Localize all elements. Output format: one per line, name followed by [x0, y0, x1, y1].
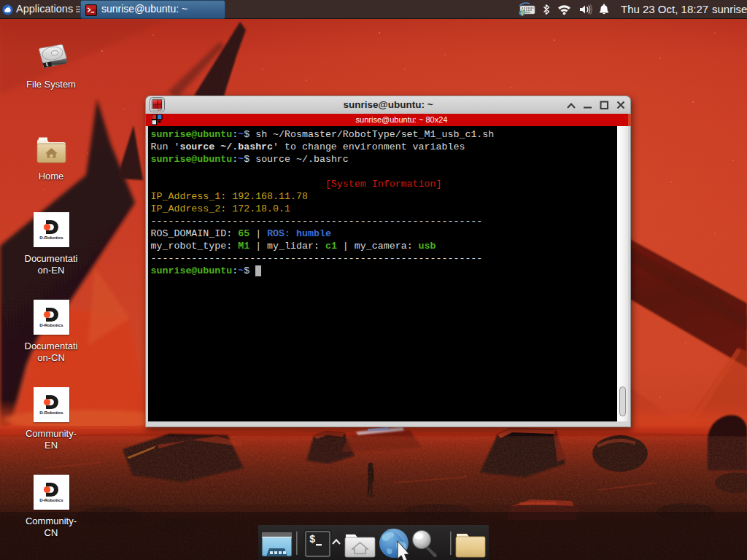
svg-text:D-Robotics: D-Robotics: [39, 497, 63, 502]
svg-text:$: $: [309, 534, 315, 545]
svg-text:D-Robotics: D-Robotics: [39, 322, 63, 327]
svg-text:D-Robotics: D-Robotics: [39, 235, 63, 240]
svg-text:D-Robotics: D-Robotics: [39, 410, 63, 415]
